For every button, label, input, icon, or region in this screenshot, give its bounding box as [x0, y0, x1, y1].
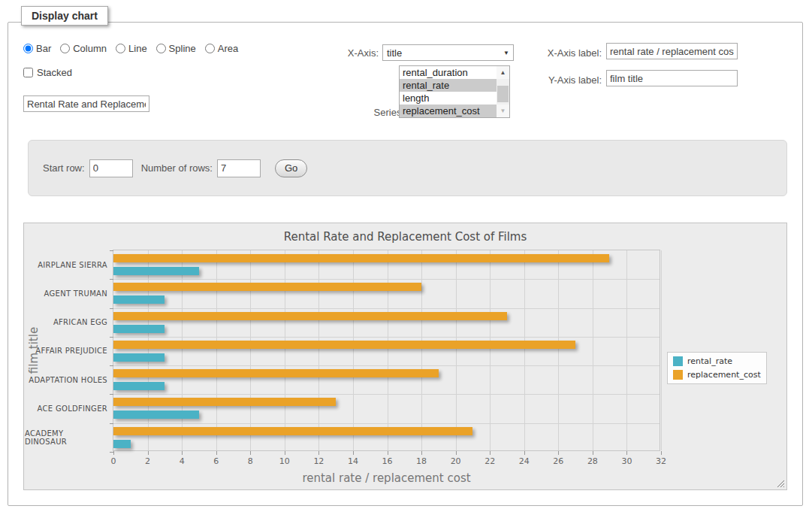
y-category-label: AGENT TRUMAN — [25, 279, 107, 308]
x-tick-label: 24 — [519, 456, 530, 466]
chart-type-option-column[interactable]: Column — [60, 43, 107, 54]
gridline — [113, 423, 660, 424]
scroll-up-icon[interactable]: ▲ — [497, 66, 509, 79]
x-tick-mark — [353, 451, 354, 455]
chart-type-option-label: Bar — [36, 43, 51, 54]
gridline — [661, 250, 662, 450]
x-tick-mark — [113, 451, 114, 455]
x-tick-mark — [148, 451, 149, 455]
bar-replacement_cost — [113, 341, 575, 349]
chart-type-radio-column[interactable] — [60, 44, 70, 53]
x-axis-select[interactable]: title ▼ — [382, 44, 514, 61]
x-tick-mark — [182, 451, 183, 455]
x-tick-label: 10 — [279, 456, 290, 466]
chart-type-option-label: Area — [218, 43, 238, 54]
x-tick-mark — [490, 451, 491, 455]
y-tick-mark — [110, 452, 113, 453]
chevron-down-icon: ▼ — [503, 50, 509, 56]
x-axis-label-input[interactable] — [606, 43, 738, 59]
gridline — [182, 250, 183, 450]
go-button[interactable]: Go — [275, 159, 307, 177]
gridline — [524, 250, 525, 450]
y-axis-label-field-label: Y-Axis label: — [534, 74, 602, 86]
scroll-down-icon[interactable]: ▼ — [497, 105, 509, 117]
gridline — [113, 365, 660, 366]
bar-rental_rate — [113, 325, 165, 333]
gridline — [250, 250, 251, 450]
page: Display chart BarColumnLineSplineArea St… — [0, 0, 812, 512]
bar-rental_rate — [113, 267, 199, 275]
legend-entry-rental_rate: rental_rate — [673, 356, 761, 366]
series-multiselect[interactable]: rental_durationrental_ratelengthreplacem… — [399, 65, 510, 118]
bar-rental_rate — [113, 411, 199, 419]
x-axis-label-field-label: X-Axis label: — [534, 47, 602, 59]
gridline — [285, 250, 285, 450]
gridline — [490, 250, 491, 450]
x-tick-mark — [558, 451, 559, 455]
legend-label: replacement_cost — [687, 370, 761, 380]
x-tick-mark — [318, 451, 319, 455]
gridline — [558, 250, 559, 450]
chart-type-radio-line[interactable] — [116, 44, 125, 53]
y-axis-label-input[interactable] — [606, 70, 738, 86]
x-tick-mark — [661, 451, 662, 455]
gridline — [593, 250, 593, 450]
x-axis-title: rental rate / replacement cost — [113, 471, 660, 485]
chart-type-radio-bar[interactable] — [23, 44, 33, 53]
chart-type-option-label: Column — [73, 43, 107, 54]
chart-type-option-label: Line — [128, 43, 147, 54]
chart-type-radio-spline[interactable] — [156, 44, 166, 53]
stacked-label: Stacked — [37, 67, 72, 78]
number-of-rows-input[interactable] — [217, 159, 261, 177]
gridline — [216, 250, 217, 450]
stacked-checkbox[interactable] — [23, 68, 33, 77]
stacked-checkbox-row[interactable]: Stacked — [23, 67, 72, 78]
fieldset-legend: Display chart — [21, 6, 108, 26]
x-tick-label: 4 — [180, 456, 185, 466]
x-tick-label: 8 — [248, 456, 253, 466]
gridline — [148, 250, 149, 450]
series-options: rental_durationrental_ratelengthreplacem… — [400, 66, 497, 117]
chart-container: Rental Rate and Replacement Cost of Film… — [23, 223, 787, 490]
gridline — [421, 250, 422, 450]
series-scrollbar[interactable]: ▲ ▼ — [497, 66, 509, 117]
scrollbar-thumb[interactable] — [497, 86, 509, 102]
chart-type-radio-area[interactable] — [205, 44, 215, 53]
x-tick-label: 22 — [484, 456, 495, 466]
x-tick-mark — [285, 451, 285, 455]
x-tick-mark — [216, 451, 217, 455]
series-option-rental_rate[interactable]: rental_rate — [400, 79, 497, 92]
bar-replacement_cost — [113, 254, 609, 262]
gridline — [388, 250, 388, 450]
x-tick-mark — [421, 451, 422, 455]
x-tick-mark — [593, 451, 593, 455]
chart-type-radio-group: BarColumnLineSplineArea — [23, 43, 238, 54]
resize-handle-icon[interactable] — [776, 479, 784, 487]
chart-legend: rental_ratereplacement_cost — [667, 352, 767, 384]
gridline — [318, 250, 319, 450]
x-tick-mark — [456, 451, 457, 455]
y-tick-mark — [110, 279, 113, 280]
start-row-input[interactable] — [89, 159, 133, 177]
x-tick-label: 16 — [382, 456, 393, 466]
x-tick-label: 30 — [621, 456, 632, 466]
series-option-rental_duration[interactable]: rental_duration — [400, 66, 497, 79]
bar-rental_rate — [113, 382, 165, 390]
legend-swatch — [673, 370, 683, 380]
y-category-label: ACADEMY DINOSAUR — [25, 423, 107, 452]
chart-type-option-area[interactable]: Area — [205, 43, 238, 54]
y-tick-mark — [110, 365, 113, 366]
chart-title-input[interactable] — [23, 95, 149, 112]
x-axis-selected-value: title — [387, 47, 402, 59]
chart-type-option-bar[interactable]: Bar — [23, 43, 51, 54]
x-tick-label: 20 — [451, 456, 461, 466]
bar-replacement_cost — [113, 312, 507, 320]
chart-type-option-line[interactable]: Line — [116, 43, 147, 54]
series-option-replacement_cost[interactable]: replacement_cost — [400, 105, 497, 117]
chart-type-option-label: Spline — [169, 43, 196, 54]
series-select-label: Series: — [343, 107, 404, 118]
series-option-length[interactable]: length — [400, 92, 497, 105]
chart-type-option-spline[interactable]: Spline — [156, 43, 196, 54]
legend-label: rental_rate — [687, 356, 732, 366]
x-tick-label: 28 — [587, 456, 598, 466]
